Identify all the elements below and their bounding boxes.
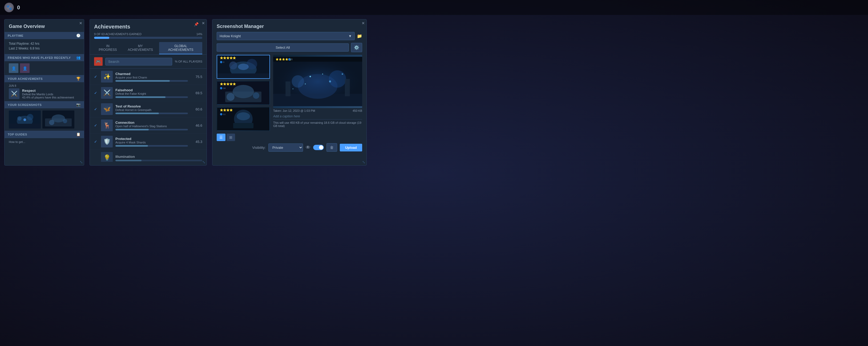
- svg-point-17: [229, 62, 237, 69]
- svg-point-42: [309, 76, 311, 77]
- visibility-label: Visibility:: [252, 146, 266, 149]
- achievements-panel-title: Achievements: [90, 20, 207, 32]
- toggle-switch[interactable]: [313, 145, 324, 150]
- check-icon-falsehood: ✓: [94, 91, 98, 95]
- check-icon-charmed: ✓: [94, 74, 98, 79]
- playtime-section-header: PLAYTIME 🕐: [4, 32, 84, 39]
- resize-handle-achievements[interactable]: ⤡: [202, 160, 206, 164]
- friend-avatar-1[interactable]: 👤: [9, 63, 19, 73]
- ach-bar-illumination: [115, 160, 202, 161]
- sm-preview: ⭐⭐⭐⭐⭐ 🔵 0 Taken: Jun 12, 2023 @ 1:03 PM …: [273, 55, 362, 131]
- progress-label-row: 9 OF 63 ACHIEVEMENTS EARNED 14%: [94, 32, 202, 36]
- svg-rect-19: [217, 73, 270, 79]
- clock-icon: 🕐: [76, 34, 81, 37]
- ach-pct-protected: 45.3: [191, 140, 202, 144]
- sm-thumb-2[interactable]: ⭐⭐⭐⭐⭐ 🔵 18: [217, 81, 270, 105]
- game-icon-sm: 🎮: [94, 57, 103, 66]
- resize-handle-screenshot[interactable]: ⤡: [362, 160, 365, 164]
- ach-bar-protected: [115, 145, 188, 147]
- ach-pct-charmed: 75.5: [191, 75, 202, 79]
- resize-handle-overview[interactable]: ⤡: [80, 160, 83, 164]
- guide-item-1[interactable]: How to get...: [9, 140, 80, 143]
- sm-thumb-3[interactable]: ⭐⭐⭐⭐ 🔵 11: [217, 107, 270, 131]
- friends-section-header: FRIENDS WHO HAVE PLAYED RECENTLY 👥: [4, 54, 84, 61]
- recent-achievement: JUN 8 ⚔️ Respect Defeat the Mantis Lords…: [4, 82, 84, 101]
- list-view-button[interactable]: ☰: [217, 134, 225, 141]
- recent-ach-desc: Defeat the Mantis Lords: [22, 93, 74, 96]
- ach-icon-test-of-resolve: 🦋: [101, 103, 113, 115]
- ach-icon-illumination: 💡: [101, 152, 113, 162]
- select-all-button[interactable]: Select All: [217, 43, 349, 51]
- ach-bar-test-of-resolve: [115, 112, 188, 114]
- sm-thumb-1[interactable]: ⭐⭐⭐⭐⭐ 🔵 0: [217, 55, 270, 79]
- svg-text:🔵 11: 🔵 11: [220, 113, 226, 115]
- playtime-header-label: PLAYTIME: [8, 34, 24, 37]
- achievement-item-illumination[interactable]: ✓ 💡 Illumination: [90, 150, 207, 162]
- folder-icon[interactable]: 📁: [357, 34, 362, 39]
- pct-header: % OF ALL PLAYERS: [175, 60, 202, 63]
- svg-text:👤: 👤: [23, 66, 27, 71]
- achievements-close[interactable]: ✕: [202, 21, 205, 25]
- game-overview-title: Game Overview: [4, 20, 84, 32]
- ach-pct-test-of-resolve: 60.6: [191, 107, 202, 111]
- ach-bar-charmed: [115, 80, 188, 82]
- screenshot-manager-close[interactable]: ✕: [362, 21, 365, 25]
- screenshot-icon: 📷: [76, 103, 81, 107]
- sm-size: 450 KB: [352, 109, 362, 112]
- pin-icon[interactable]: 📌: [194, 22, 198, 26]
- svg-rect-49: [345, 79, 350, 96]
- ach-bar-fill-illumination: [115, 160, 142, 161]
- achievement-recent-row: ⚔️ Respect Defeat the Mantis Lords 43.4%…: [9, 89, 80, 99]
- achievement-item-falsehood[interactable]: ✓ ⚔️ Falsehood Defeat the False Knight 6…: [90, 85, 207, 101]
- overview-screenshot-1[interactable]: [9, 110, 41, 129]
- svg-text:⭐⭐⭐⭐⭐: ⭐⭐⭐⭐⭐: [220, 82, 236, 86]
- game-overview-panel: ✕ Game Overview PLAYTIME 🕐 Total Playtim…: [4, 19, 84, 166]
- svg-point-41: [329, 70, 346, 88]
- achievement-list: ✓ ✨ Charmed Acquire your first Charm 75.…: [90, 69, 207, 162]
- friends-header-label: FRIENDS WHO HAVE PLAYED RECENTLY: [8, 56, 71, 59]
- check-icon-protected: ✓: [94, 139, 98, 144]
- search-input[interactable]: [105, 58, 172, 66]
- svg-point-13: [49, 120, 54, 125]
- ach-name-illumination: Illumination: [115, 154, 202, 159]
- playtime-content: Total Playtime: 42 hrs Last 2 Weeks: 6.8…: [4, 39, 84, 54]
- visibility-select[interactable]: Private Public Friends Only: [268, 143, 303, 152]
- top-guides-header-label: TOP GUIDES: [8, 133, 27, 136]
- top-guides-content: How to get...: [4, 138, 84, 146]
- top-guides-section-header: TOP GUIDES 📋: [4, 131, 84, 138]
- ach-name-charmed: Charmed: [115, 72, 188, 76]
- progress-pct: 14%: [196, 32, 202, 36]
- total-playtime: Total Playtime: 42 hrs: [9, 42, 80, 45]
- svg-text:🔵 0: 🔵 0: [220, 61, 224, 63]
- svg-point-43: [322, 73, 323, 74]
- achievement-item-charmed[interactable]: ✓ ✨ Charmed Acquire your first Charm 75.…: [90, 69, 207, 85]
- svg-point-7: [27, 114, 33, 120]
- upload-button[interactable]: Upload: [340, 144, 362, 151]
- overview-screenshot-2[interactable]: [42, 110, 74, 129]
- gear-button[interactable]: ⚙️: [351, 43, 362, 52]
- tab-global-achievements[interactable]: GLOBAL ACHIEVEMENTS: [159, 42, 202, 54]
- ach-name-test-of-resolve: Test of Resolve: [115, 104, 188, 108]
- eye-icon[interactable]: 👁: [306, 145, 310, 150]
- achievement-item-test-of-resolve[interactable]: ✓ 🦋 Test of Resolve Defeat Hornet in Gre…: [90, 101, 207, 117]
- game-selector[interactable]: Hollow Knight ▼: [217, 32, 355, 40]
- svg-point-25: [232, 85, 254, 98]
- svg-point-20: [238, 64, 249, 70]
- achievement-item-protected[interactable]: ✓ 🛡️ Protected Acquire 4 Mask Shards 45.…: [90, 134, 207, 150]
- grid-view-button[interactable]: ⊞: [226, 134, 235, 141]
- svg-rect-32: [233, 123, 253, 128]
- ach-bar-fill-protected: [115, 145, 148, 147]
- sm-taken: Taken: Jun 12, 2023 @ 1:03 PM: [273, 109, 315, 112]
- sm-caption[interactable]: Add a caption here: [273, 113, 362, 119]
- achievement-item-connection[interactable]: ✓ 🦌 Connection Open half of Hallownest's…: [90, 117, 207, 134]
- svg-point-33: [237, 112, 250, 120]
- sm-view-buttons: ☰ ⊞: [212, 134, 367, 143]
- sm-row2: Select All ⚙️: [212, 43, 367, 55]
- tab-my-achievements[interactable]: MY ACHIEVEMENTS: [123, 42, 158, 54]
- ach-pct-falsehood: 69.5: [191, 91, 202, 95]
- game-overview-close[interactable]: ✕: [79, 21, 82, 25]
- delete-button[interactable]: 🗑: [327, 143, 337, 152]
- ach-icon-charmed: ✨: [101, 71, 113, 82]
- tab-in-progress[interactable]: IN PROGRESS: [94, 42, 122, 54]
- friend-avatar-2[interactable]: 👤: [20, 63, 30, 73]
